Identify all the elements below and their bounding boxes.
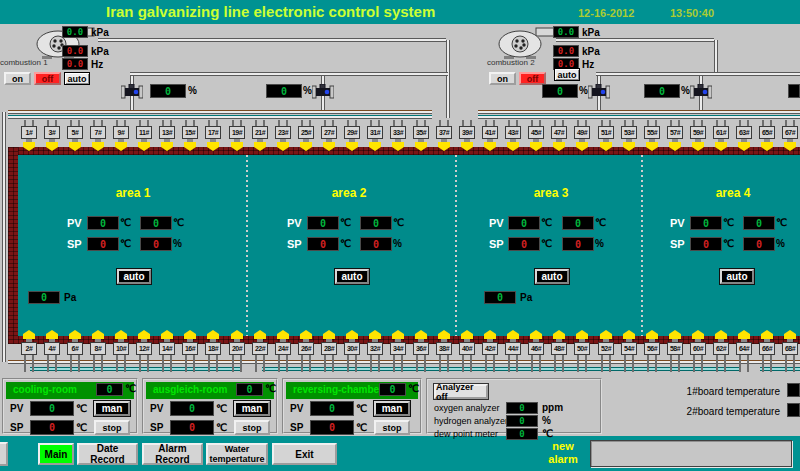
unit-label: ℃ (216, 422, 227, 433)
flame-icon (392, 142, 404, 151)
auto-button[interactable]: auto (554, 68, 580, 81)
room-name: ausgleich-room (153, 384, 227, 395)
room-header: ausgleich-room0℃ (146, 382, 274, 399)
stop-button[interactable]: stop (94, 420, 130, 435)
burner: 65# (759, 120, 775, 151)
board-temp-label: 1#board temperature (656, 386, 780, 397)
area-title: area 1 (88, 186, 178, 200)
sp-label: SP (489, 238, 504, 250)
man-button[interactable]: man (374, 401, 410, 416)
pipe-stub (139, 355, 141, 372)
flame-icon (692, 142, 704, 151)
pv-display: 0 (87, 216, 119, 230)
water-temperature-button[interactable]: Water tempertature (206, 443, 268, 465)
burner-label: 62# (713, 342, 729, 355)
valve-icon (588, 84, 610, 100)
unit-label: kPa (91, 27, 109, 38)
burner-neck (603, 139, 609, 142)
area-auto-button[interactable]: auto (535, 269, 569, 284)
alarm-record-button[interactable]: Alarm Record (142, 443, 203, 465)
burner-neck (579, 139, 585, 142)
man-button[interactable]: man (234, 401, 270, 416)
valve-opening-display: 0 (644, 84, 680, 98)
flame-icon (738, 330, 750, 339)
burner-label: 13# (159, 126, 175, 139)
on-button[interactable]: on (489, 72, 516, 85)
flame-icon (115, 330, 127, 339)
pipe-stub (693, 355, 695, 372)
sp-display: 0 (140, 237, 172, 251)
burner-neck (487, 139, 493, 142)
flame-icon (507, 330, 519, 339)
sp-display: 0 (360, 237, 392, 251)
pv-label: PV (290, 403, 303, 414)
flame-icon (69, 142, 81, 151)
pipe-stub (47, 355, 49, 372)
flame-icon (484, 142, 496, 151)
pipe-stub (632, 355, 634, 372)
flame-icon (461, 142, 473, 151)
pipe-stub (762, 355, 764, 372)
pv-label: PV (670, 217, 685, 229)
burner-label: 19# (229, 126, 245, 139)
analyzer-off-button[interactable]: Analyzer off (434, 384, 488, 399)
unit-label: ℃ (723, 217, 734, 228)
unit-label: % (303, 85, 312, 96)
burner-label: 26# (298, 342, 314, 355)
area-auto-button[interactable]: auto (720, 269, 754, 284)
date-record-button[interactable]: Date Record (77, 443, 138, 465)
burner: 32# (367, 330, 383, 372)
burner-label: 66# (759, 342, 775, 355)
burner: 44# (505, 330, 521, 372)
man-button[interactable]: man (94, 401, 130, 416)
auto-button[interactable]: auto (64, 72, 90, 85)
main-button[interactable]: Main (38, 443, 74, 465)
burner-label: 27# (321, 126, 337, 139)
burner-label: 23# (275, 126, 291, 139)
unit-label: ℃ (393, 217, 404, 228)
flame-icon (623, 330, 635, 339)
burner: 33# (390, 120, 406, 151)
pipe-stub (263, 355, 265, 372)
on-button[interactable]: on (4, 72, 31, 85)
flame-icon (623, 142, 635, 151)
burner-label: 35# (413, 126, 429, 139)
burner: 58# (667, 330, 683, 372)
burner-label: 67# (782, 126, 798, 139)
pipe-stub (216, 355, 218, 372)
pv-label: PV (287, 217, 302, 229)
burner-neck (718, 139, 724, 142)
stop-button[interactable]: stop (234, 420, 270, 435)
burner: 7# (90, 120, 106, 151)
unit-label: ℃ (76, 403, 87, 414)
partial-button[interactable] (0, 442, 8, 466)
pipe-stub (301, 355, 303, 372)
pipe-stub (240, 355, 242, 372)
burner: 50# (574, 330, 590, 372)
sp-display: 0 (562, 237, 594, 251)
burner: 15# (182, 120, 198, 151)
burner: 48# (551, 330, 567, 372)
burner: 45# (528, 120, 544, 151)
area-auto-button[interactable]: auto (117, 269, 151, 284)
flame-icon (161, 330, 173, 339)
pipe-stub (785, 355, 787, 372)
stop-button[interactable]: stop (374, 420, 410, 435)
flame-icon (184, 330, 196, 339)
burner-label: 33# (390, 126, 406, 139)
pipe (2, 112, 6, 362)
area-auto-button[interactable]: auto (335, 269, 369, 284)
area-divider (246, 155, 248, 336)
sp-display: 0 (508, 237, 540, 251)
area-title: area 4 (688, 186, 778, 200)
pipe-stub (70, 355, 72, 372)
burner-neck (95, 139, 101, 142)
burner-neck (257, 139, 263, 142)
burner: 56# (644, 330, 660, 372)
burner-label: 20# (229, 342, 245, 355)
flame-icon (784, 142, 796, 151)
sp-label: SP (670, 238, 685, 250)
room-name: cooling-room (13, 384, 77, 395)
off-button[interactable]: off (34, 72, 61, 85)
exit-button[interactable]: Exit (272, 443, 337, 465)
